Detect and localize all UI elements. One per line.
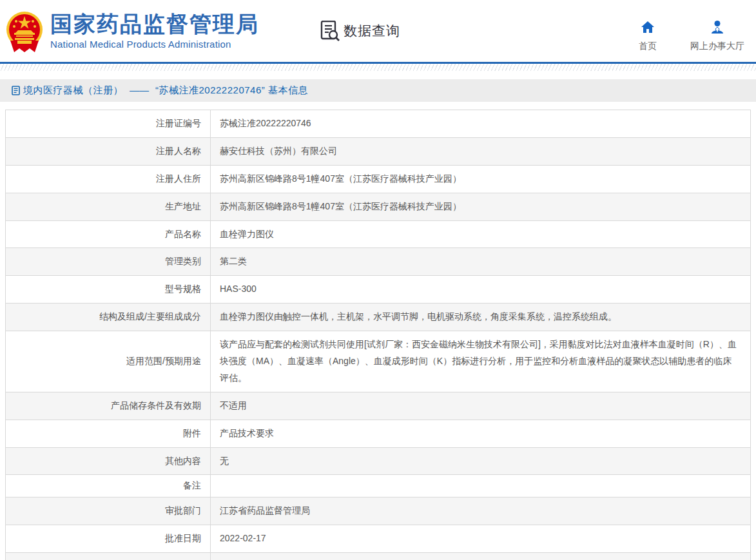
table-row: 注册人名称赫安仕科技（苏州）有限公司 <box>6 137 751 165</box>
table-row: 生产地址苏州高新区锦峰路8号1幢407室（江苏医疗器械科技产业园） <box>6 193 751 220</box>
row-value: 不适用 <box>211 392 751 420</box>
row-value: 赫安仕科技（苏州）有限公司 <box>211 137 751 165</box>
row-value: 苏械注准20222220746 <box>211 110 751 138</box>
table-row: 型号规格HAS-300 <box>6 276 751 304</box>
breadcrumb-category: 境内医疗器械（注册） <box>23 84 123 95</box>
page-icon <box>12 86 20 95</box>
table-row: 注册人住所苏州高新区锦峰路8号1幢407室（江苏医疗器械科技产业园） <box>6 165 751 193</box>
document-search-icon <box>320 21 340 41</box>
table-row: 产品储存条件及有效期不适用 <box>6 392 751 420</box>
table-row: 批准日期2022-02-17 <box>6 525 751 553</box>
top-nav: 首页 网上办事大厅 <box>639 10 744 52</box>
row-label: 管理类别 <box>6 248 211 276</box>
row-label: 注册人名称 <box>6 137 211 165</box>
national-emblem-logo <box>5 10 44 53</box>
row-label: 其他内容 <box>6 447 211 475</box>
table-row: 注册证编号苏械注准20222220746 <box>6 110 751 138</box>
row-value: 无 <box>211 447 751 475</box>
nav-service-hall-label: 网上办事大厅 <box>690 41 744 52</box>
row-value: 2022-02-17 <box>211 553 751 560</box>
breadcrumb-bar: 境内医疗器械（注册）——“苏械注准20222220746” 基本信息 <box>0 79 756 102</box>
row-label: 批准日期 <box>6 525 211 553</box>
nav-service-hall[interactable]: 网上办事大厅 <box>690 19 744 52</box>
row-label: 结构及组成/主要组成成分 <box>6 304 211 331</box>
site-title: 国家药品监督管理局 <box>50 12 259 36</box>
table-row: 审批部门江苏省药品监督管理局 <box>6 497 751 525</box>
row-value <box>211 475 751 497</box>
row-value: 血栓弹力图仪由触控一体机，主机架，水平调节脚，电机驱动系统，角度采集系统，温控系… <box>211 304 751 331</box>
registration-info-table: 注册证编号苏械注准20222220746注册人名称赫安仕科技（苏州）有限公司注册… <box>5 110 751 560</box>
site-header: 国家药品监督管理局 National Medical Products Admi… <box>0 0 756 62</box>
registration-info-section: 注册证编号苏械注准20222220746注册人名称赫安仕科技（苏州）有限公司注册… <box>5 110 751 560</box>
row-label: 适用范围/预期用途 <box>6 331 211 392</box>
row-label: 生产地址 <box>6 193 211 220</box>
nav-home-label: 首页 <box>639 41 657 52</box>
row-label: 型号规格 <box>6 276 211 304</box>
row-value: 第二类 <box>211 248 751 276</box>
data-query-label: 数据查询 <box>344 22 400 40</box>
table-row: 适用范围/预期用途该产品应与配套的检测试剂共同使用[试剂厂家：西安金磁纳米生物技… <box>6 331 751 392</box>
row-value: 2022-02-17 <box>211 525 751 553</box>
row-value: 血栓弹力图仪 <box>211 220 751 248</box>
row-value: 江苏省药品监督管理局 <box>211 497 751 525</box>
row-label: 产品名称 <box>6 220 211 248</box>
page-title: “苏械注准20222220746” 基本信息 <box>155 84 308 95</box>
row-label: 注册证编号 <box>6 110 211 138</box>
row-value: HAS-300 <box>211 276 751 304</box>
table-row: 结构及组成/主要组成成分血栓弹力图仪由触控一体机，主机架，水平调节脚，电机驱动系… <box>6 304 751 331</box>
row-label: 产品储存条件及有效期 <box>6 392 211 420</box>
row-value: 苏州高新区锦峰路8号1幢407室（江苏医疗器械科技产业园） <box>211 193 751 220</box>
table-row: 管理类别第二类 <box>6 248 751 276</box>
table-row: 附件产品技术要求 <box>6 420 751 447</box>
person-icon <box>710 19 725 35</box>
breadcrumb-separator: —— <box>130 84 149 95</box>
breadcrumb: 境内医疗器械（注册）——“苏械注准20222220746” 基本信息 <box>23 84 308 97</box>
table-row: 备注 <box>6 475 751 497</box>
row-label: 备注 <box>6 475 211 497</box>
row-value: 苏州高新区锦峰路8号1幢407室（江苏医疗器械科技产业园） <box>211 165 751 193</box>
table-row: 其他内容无 <box>6 447 751 475</box>
home-icon <box>640 19 655 35</box>
nav-home[interactable]: 首页 <box>639 19 657 52</box>
table-row: 产品名称血栓弹力图仪 <box>6 220 751 248</box>
row-label: 审批部门 <box>6 497 211 525</box>
data-query-nav[interactable]: 数据查询 <box>320 21 400 41</box>
table-row: 生效日期2022-02-17 <box>6 553 751 560</box>
row-label: 生效日期 <box>6 553 211 560</box>
row-label: 注册人住所 <box>6 165 211 193</box>
brand-block: 国家药品监督管理局 National Medical Products Admi… <box>50 12 259 49</box>
hatch-pattern-band <box>0 64 756 71</box>
row-label: 附件 <box>6 420 211 447</box>
row-value: 该产品应与配套的检测试剂共同使用[试剂厂家：西安金磁纳米生物技术有限公司]，采用… <box>211 331 751 392</box>
site-subtitle: National Medical Products Administration <box>50 39 259 50</box>
row-value: 产品技术要求 <box>211 420 751 447</box>
